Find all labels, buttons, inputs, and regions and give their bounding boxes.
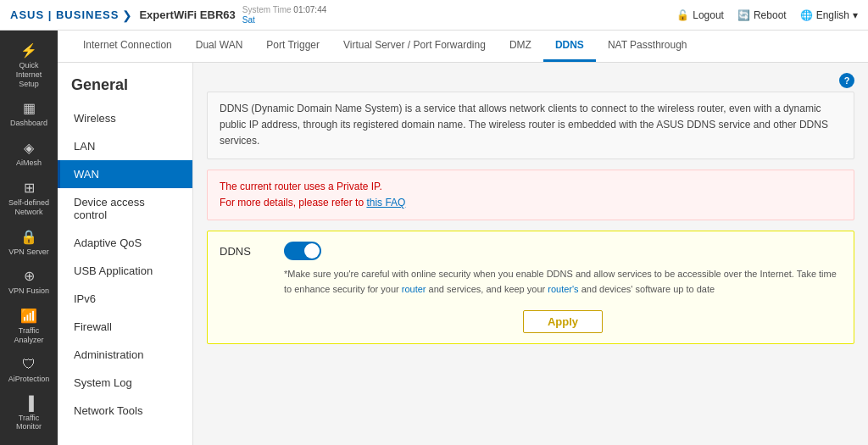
side-menu-item-ipv6[interactable]: IPv6 (58, 285, 192, 313)
apply-button[interactable]: Apply (523, 310, 603, 333)
warning-line2: For more details, please refer to this F… (220, 195, 842, 211)
system-time: System Time 01:07:44 Sat (242, 5, 327, 25)
wan-label: WAN (74, 168, 99, 181)
page-content: General Wireless LAN WAN Device access c… (58, 63, 868, 445)
asus-logo-text: ASUS | BUSINESS (10, 8, 119, 21)
ddns-toggle[interactable] (284, 242, 321, 260)
toggle-track (284, 242, 321, 260)
lan-label: LAN (74, 140, 95, 153)
sidebar-label-aimesh: AiMesh (16, 159, 42, 168)
help-button[interactable]: ? (839, 73, 854, 88)
side-menu-item-network-tools[interactable]: Network Tools (58, 397, 192, 425)
side-menu-item-administration[interactable]: Administration (58, 341, 192, 369)
quick-internet-setup-icon: ⚡ (20, 42, 37, 58)
sidebar-item-dashboard[interactable]: ▦ Dashboard (3, 95, 54, 133)
sidebar: ⚡ Quick Internet Setup ▦ Dashboard ◈ AiM… (0, 31, 58, 445)
side-menu-item-wireless[interactable]: Wireless (58, 104, 192, 132)
tab-internet-connection[interactable]: Internet Connection (71, 31, 184, 62)
ipv6-label: IPv6 (74, 292, 96, 305)
traffic-monitor-icon: ▐ (24, 396, 33, 411)
reboot-label: Reboot (754, 9, 787, 21)
tab-port-trigger-label: Port Trigger (266, 39, 320, 51)
tab-virtual-server[interactable]: Virtual Server / Port Forwarding (331, 31, 498, 62)
logout-icon: 🔓 (676, 9, 689, 21)
sidebar-label-traffic-analyzer: Traffic Analyzer (7, 326, 51, 345)
tab-nat-passthrough-label: NAT Passthrough (608, 39, 687, 51)
ddns-label: DDNS (220, 242, 270, 258)
notice-routers-link[interactable]: router's (548, 284, 578, 294)
info-box: DDNS (Dynamic Domain Name System) is a s… (207, 92, 854, 159)
language-label: English (816, 9, 849, 21)
device-access-control-label: Device access control (74, 196, 145, 221)
tab-virtual-server-label: Virtual Server / Port Forwarding (343, 39, 486, 51)
ddns-row: DDNS *Make sure you're careful wi (220, 242, 842, 333)
sidebar-label-vpn-fusion: VPN Fusion (8, 286, 49, 296)
sidebar-item-traffic-analyzer[interactable]: 📶 Traffic Analyzer (3, 303, 54, 350)
sidebar-item-vpn-server[interactable]: 🔒 VPN Server (3, 224, 54, 262)
adaptive-qos-label: Adaptive QoS (74, 236, 142, 249)
notice-end: and devices' software up to date (579, 284, 715, 294)
tab-dual-wan-label: Dual WAN (196, 39, 243, 51)
tab-port-trigger[interactable]: Port Trigger (254, 31, 331, 62)
device-name: ExpertWiFi EBR63 (139, 8, 235, 21)
ddns-notice: *Make sure you're careful with online se… (284, 267, 842, 297)
tab-internet-connection-label: Internet Connection (83, 39, 172, 51)
tab-dmz-label: DMZ (509, 39, 531, 51)
tab-dual-wan[interactable]: Dual WAN (184, 31, 255, 62)
notice-router-link[interactable]: router (402, 284, 426, 294)
sidebar-item-traffic-monitor[interactable]: ▐ Traffic Monitor (3, 391, 54, 437)
tab-ddns[interactable]: DDNS (543, 31, 596, 62)
sidebar-label-traffic-monitor: Traffic Monitor (7, 414, 51, 432)
aiprotection-icon: 🛡 (22, 357, 36, 372)
side-menu-item-system-log[interactable]: System Log (58, 369, 192, 397)
logout-button[interactable]: 🔓 Logout (676, 9, 724, 21)
globe-icon: 🌐 (800, 9, 813, 21)
warning-prefix: For more details, please refer to (220, 197, 366, 209)
sidebar-item-vpn-fusion[interactable]: ⊕ VPN Fusion (3, 263, 54, 301)
side-menu-item-adaptive-qos[interactable]: Adaptive QoS (58, 229, 192, 257)
sidebar-item-aimesh[interactable]: ◈ AiMesh (3, 135, 54, 173)
sidebar-item-aiprotection[interactable]: 🛡 AiProtection (3, 352, 54, 389)
aimesh-icon: ◈ (24, 140, 34, 156)
side-menu-item-device-access-control[interactable]: Device access control (58, 188, 192, 229)
sidebar-item-settings[interactable]: ⚙ Settings (3, 438, 54, 445)
firewall-label: Firewall (74, 320, 112, 333)
dashboard-icon: ▦ (23, 100, 36, 116)
system-time-label: System Time (242, 5, 292, 14)
tab-nat-passthrough[interactable]: NAT Passthrough (596, 31, 699, 62)
logout-label: Logout (693, 9, 724, 21)
traffic-analyzer-icon: 📶 (20, 308, 37, 324)
question-mark-icon: ? (844, 75, 850, 86)
content-area: Internet Connection Dual WAN Port Trigge… (58, 31, 868, 445)
sidebar-item-quick-internet-setup[interactable]: ⚡ Quick Internet Setup (3, 37, 54, 93)
reboot-button[interactable]: 🔄 Reboot (737, 9, 787, 21)
toggle-knob (304, 243, 320, 259)
side-menu-item-lan[interactable]: LAN (58, 132, 192, 160)
language-selector[interactable]: 🌐 English ▾ (800, 9, 858, 21)
info-text: DDNS (Dynamic Domain Name System) is a s… (220, 103, 828, 147)
side-menu-item-wan[interactable]: WAN (58, 160, 192, 188)
main-layout: ⚡ Quick Internet Setup ▦ Dashboard ◈ AiM… (0, 31, 868, 445)
topbar: ASUS | BUSINESS ❯ ExpertWiFi EBR63 Syste… (0, 0, 868, 31)
administration-label: Administration (74, 348, 143, 361)
sidebar-label-aiprotection: AiProtection (8, 375, 50, 384)
sidebar-label-quick: Quick Internet Setup (7, 61, 51, 88)
self-defined-network-icon: ⊞ (24, 180, 35, 196)
sidebar-label-dashboard: Dashboard (10, 119, 47, 128)
vpn-server-icon: 🔒 (20, 229, 37, 245)
sidebar-item-self-defined-network[interactable]: ⊞ Self-defined Network (3, 175, 54, 222)
tab-dmz[interactable]: DMZ (498, 31, 543, 62)
warning-faq-link[interactable]: this FAQ (366, 197, 405, 209)
side-menu-title: General (58, 63, 192, 104)
ddns-toggle-row (284, 242, 842, 260)
network-tools-label: Network Tools (74, 404, 142, 417)
asus-logo: ASUS | BUSINESS ❯ (10, 8, 132, 22)
main-panel: ? DDNS (Dynamic Domain Name System) is a… (193, 63, 868, 445)
sidebar-label-vpn-server: VPN Server (8, 248, 49, 257)
side-menu-item-usb-application[interactable]: USB Application (58, 257, 192, 285)
asus-chevron-icon: ❯ (122, 8, 132, 22)
help-icon-row: ? (207, 73, 854, 88)
side-menu: General Wireless LAN WAN Device access c… (58, 63, 193, 445)
side-menu-item-firewall[interactable]: Firewall (58, 313, 192, 341)
warning-box: The current router uses a Private IP. Fo… (207, 170, 854, 220)
